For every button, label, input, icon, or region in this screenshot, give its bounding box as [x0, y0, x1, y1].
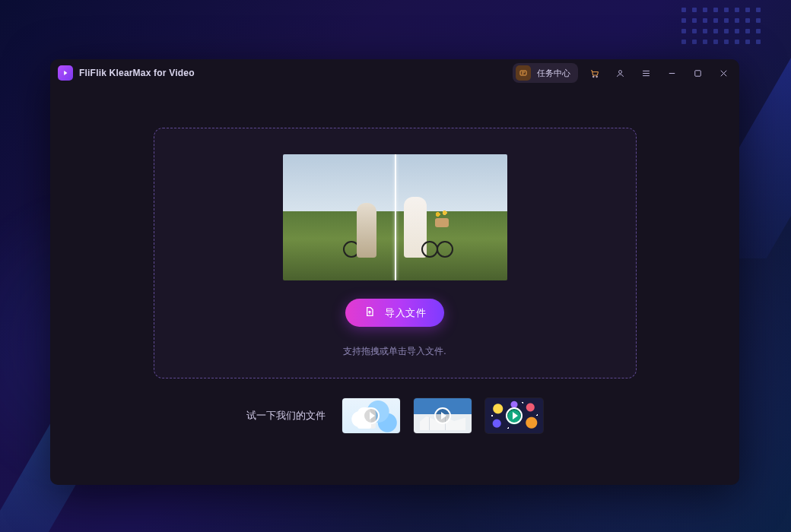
cart-button[interactable]: [584, 63, 604, 83]
app-window: FliFlik KlearMax for Video 任务中心: [50, 59, 739, 485]
desktop-backdrop: FliFlik KlearMax for Video 任务中心: [0, 0, 791, 532]
maximize-button[interactable]: [688, 63, 707, 83]
close-icon: [718, 68, 729, 79]
task-center-label: 任务中心: [537, 68, 570, 79]
play-icon: [363, 407, 380, 424]
svg-point-3: [618, 70, 621, 73]
app-title: FliFlik KlearMax for Video: [79, 68, 195, 78]
maximize-icon: [692, 68, 704, 79]
titlebar: FliFlik KlearMax for Video 任务中心: [50, 59, 739, 87]
sample-thumb-3[interactable]: [485, 398, 543, 433]
main-content: 导入文件 支持拖拽或单击导入文件. 试一下我们的文件: [50, 87, 739, 485]
minimize-button[interactable]: [662, 63, 681, 83]
close-button[interactable]: [713, 63, 733, 83]
cart-icon: [589, 68, 600, 79]
import-file-label: 导入文件: [385, 306, 426, 320]
dropzone-hint: 支持拖拽或单击导入文件.: [343, 345, 446, 358]
play-icon: [434, 407, 451, 424]
menu-button[interactable]: [636, 63, 656, 83]
svg-rect-0: [520, 71, 526, 75]
sample-row: 试一下我们的文件: [246, 398, 543, 433]
preview-comparison-image: [283, 154, 507, 280]
task-center-button[interactable]: 任务中心: [513, 63, 578, 83]
svg-rect-4: [694, 70, 700, 76]
svg-point-1: [592, 76, 594, 78]
import-dropzone[interactable]: 导入文件 支持拖拽或单击导入文件.: [154, 128, 637, 378]
user-icon: [615, 68, 626, 79]
import-file-icon: [364, 306, 376, 320]
sample-thumb-2[interactable]: [414, 398, 472, 433]
task-pill-icon: [516, 65, 531, 81]
account-button[interactable]: [610, 63, 630, 83]
app-logo-icon: [58, 65, 73, 81]
svg-point-2: [596, 76, 597, 78]
minimize-icon: [666, 68, 678, 79]
hamburger-icon: [640, 68, 652, 79]
import-file-button[interactable]: 导入文件: [345, 299, 444, 327]
play-icon: [506, 407, 523, 424]
sample-thumb-1[interactable]: [342, 398, 400, 433]
samples-label: 试一下我们的文件: [246, 409, 326, 423]
